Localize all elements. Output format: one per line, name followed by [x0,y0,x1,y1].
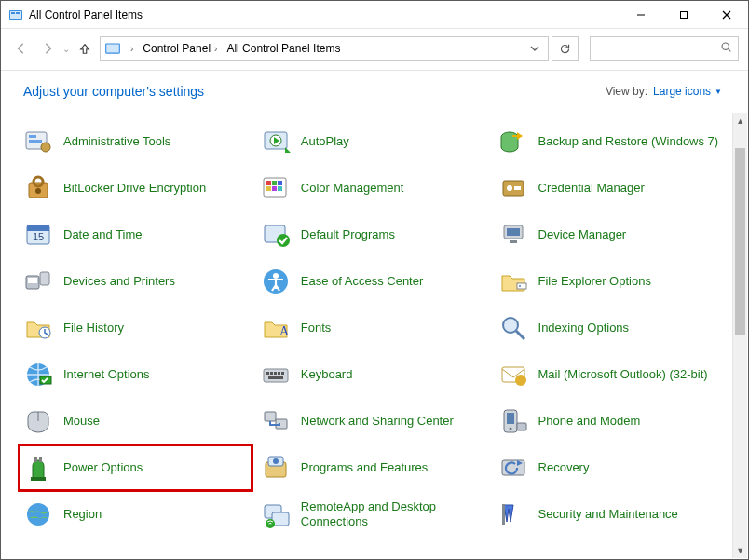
svg-line-11 [729,49,731,52]
cp-item-label: Region [63,507,102,522]
cp-item-region[interactable]: Region [19,491,252,538]
cp-item-mail-microsoft-outlook-32-bit[interactable]: Mail (Microsoft Outlook) (32-bit) [494,351,728,398]
svg-point-63 [515,375,526,386]
svg-point-51 [503,318,518,333]
cp-item-internet-options[interactable]: Internet Options [19,351,252,398]
programs-icon [260,452,292,484]
cp-item-ease-of-access-center[interactable]: Ease of Access Center [256,258,490,305]
cp-item-file-history[interactable]: File History [19,305,252,351]
cp-item-label: Programs and Features [301,460,429,475]
cp-item-label: BitLocker Drive Encryption [63,181,206,196]
cp-item-label: Internet Options [63,367,150,382]
back-button[interactable] [10,37,33,60]
forward-button[interactable] [36,37,59,60]
cp-item-label: Backup and Restore (Windows 7) [538,134,719,149]
viewby-value-text: Large icons [653,85,711,98]
breadcrumb-sep-0[interactable]: › [123,37,137,60]
svg-text:15: 15 [33,231,44,242]
recent-locations-dropdown[interactable]: ⌄ [62,37,70,60]
cp-item-label: Ease of Access Center [301,274,424,289]
viewby-dropdown[interactable]: Large icons ▼ [653,85,722,98]
cp-item-date-and-time[interactable]: 15Date and Time [19,212,252,258]
svg-rect-5 [681,11,688,18]
svg-rect-25 [266,181,271,185]
svg-point-46 [273,273,279,279]
cp-item-indexing-options[interactable]: Indexing Options [494,305,728,351]
svg-rect-14 [29,140,42,143]
refresh-button[interactable] [552,36,579,61]
cp-item-phone-and-modem[interactable]: Phone and Modem [494,398,728,444]
address-history-dropdown[interactable] [524,37,546,60]
svg-rect-65 [265,412,276,421]
cp-item-backup-and-restore-windows-7[interactable]: Backup and Restore (Windows 7) [494,118,728,165]
cp-item-label: File History [63,321,124,335]
scroll-thumb[interactable] [735,148,745,335]
close-button[interactable] [705,1,748,29]
content-area: Administrative ToolsAutoPlayBackup and R… [2,113,747,558]
svg-point-48 [519,285,521,287]
cp-item-label: Indexing Options [538,321,630,335]
breadcrumb-all-items[interactable]: All Control Panel Items [223,37,344,60]
svg-rect-27 [278,181,282,185]
svg-rect-44 [40,272,49,285]
breadcrumb-label: All Control Panel Items [226,42,340,55]
breadcrumb-label: Control Panel [143,42,211,55]
cp-item-remoteapp-and-desktop-connections[interactable]: RemoteApp and Desktop Connections [256,491,490,538]
devmgr-icon [497,219,529,251]
cp-item-label: Security and Maintenance [538,507,678,522]
cp-item-power-options[interactable]: Power Options [19,444,252,491]
svg-rect-3 [16,12,20,14]
recovery-icon [497,452,529,484]
cp-item-credential-manager[interactable]: Credential Manager [494,165,728,212]
security-icon [497,499,529,530]
cp-item-administrative-tools[interactable]: Administrative Tools [19,118,252,165]
cp-item-programs-and-features[interactable]: Programs and Features [256,444,490,491]
svg-rect-58 [274,372,277,375]
svg-rect-61 [268,376,283,379]
cp-item-label: RemoteApp and Desktop Connections [301,499,486,530]
scroll-up-button[interactable]: ▲ [733,113,747,129]
cp-item-label: Phone and Modem [538,414,641,429]
cp-item-network-and-sharing-center[interactable]: Network and Sharing Center [256,398,490,444]
svg-rect-13 [29,135,36,138]
viewby-label: View by: [606,85,647,98]
address-bar[interactable]: › Control Panel › All Control Panel Item… [100,36,549,61]
power-icon [22,452,54,484]
scroll-down-button[interactable]: ▼ [733,542,747,558]
cp-item-keyboard[interactable]: Keyboard [256,351,490,398]
cp-item-label: Recovery [538,460,590,475]
credential-icon [497,172,529,204]
maximize-button[interactable] [662,1,705,29]
minimize-button[interactable] [620,1,662,29]
cp-item-bitlocker-drive-encryption[interactable]: BitLocker Drive Encryption [19,165,252,212]
cp-item-label: Mail (Microsoft Outlook) (32-bit) [538,367,708,382]
cp-item-devices-and-printers[interactable]: Devices and Printers [19,258,252,305]
svg-rect-9 [106,45,119,53]
svg-rect-59 [278,372,280,375]
cp-item-default-programs[interactable]: Default Programs [256,212,490,258]
folderopt-icon [497,266,529,297]
cp-item-color-management[interactable]: Color Management [256,165,490,212]
svg-rect-28 [266,186,271,191]
svg-rect-57 [270,372,273,375]
breadcrumb-control-panel[interactable]: Control Panel › [139,37,221,60]
cp-item-mouse[interactable]: Mouse [19,398,252,444]
filehist-icon [22,312,54,344]
header-strip: Adjust your computer's settings View by:… [1,71,748,106]
control-panel-icon [8,7,23,22]
search-input[interactable] [590,36,739,61]
up-button[interactable] [74,37,96,60]
cp-item-label: Color Management [301,181,404,196]
cp-item-file-explorer-options[interactable]: File Explorer Options [494,258,728,305]
vertical-scrollbar[interactable]: ▲ ▼ [732,113,747,558]
cp-item-fonts[interactable]: AFonts [256,305,490,351]
cp-item-security-and-maintenance[interactable]: Security and Maintenance [494,491,728,538]
cp-item-autoplay[interactable]: AutoPlay [256,118,490,165]
svg-rect-56 [266,372,269,375]
svg-rect-26 [272,181,277,185]
svg-rect-47 [517,283,526,289]
cp-item-label: Credential Manager [538,181,645,196]
autoplay-icon [260,126,292,157]
cp-item-device-manager[interactable]: Device Manager [494,212,728,258]
cp-item-recovery[interactable]: Recovery [494,444,728,491]
